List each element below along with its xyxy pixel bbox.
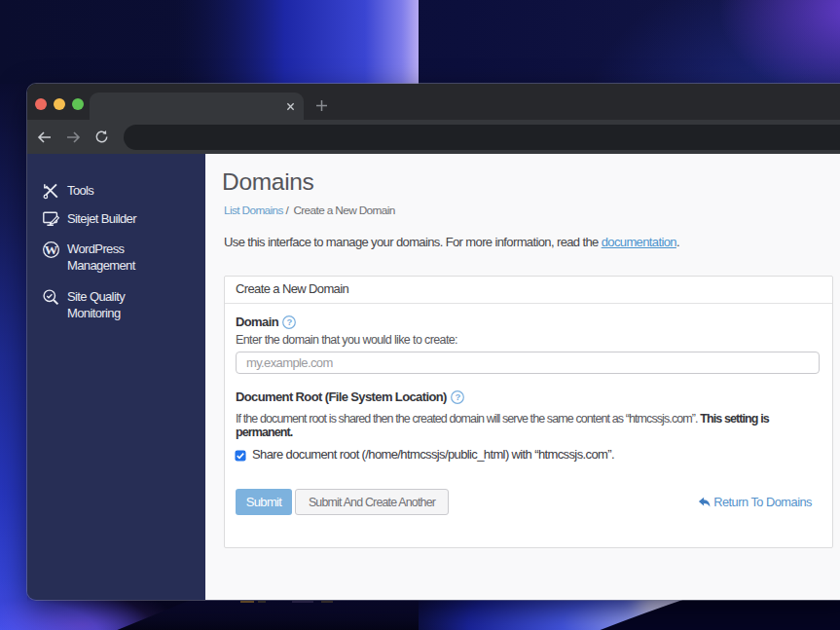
svg-text:?: ? xyxy=(286,316,292,327)
svg-text:?: ? xyxy=(455,391,460,402)
svg-text:W: W xyxy=(45,242,58,257)
